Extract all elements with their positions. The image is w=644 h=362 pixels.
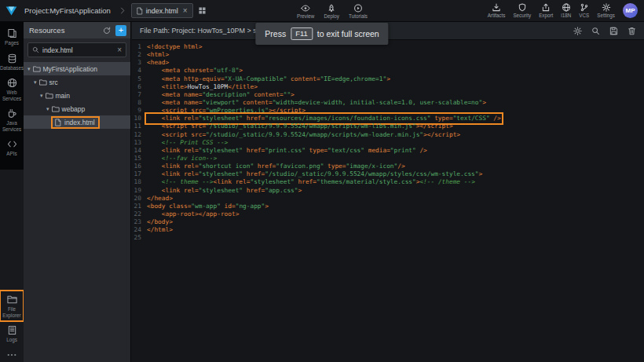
code-line-8[interactable]: 8 <meta name="viewport" content="width=d… xyxy=(132,99,644,107)
project-name[interactable]: Project:MyFirstApplication xyxy=(24,6,111,15)
grid-icon[interactable] xyxy=(199,7,206,14)
topbar-item-export[interactable]: Export xyxy=(539,3,553,18)
code-line-22[interactable]: 22 <app-root></app-root> xyxy=(132,210,644,218)
tab-index-html[interactable]: index.html × xyxy=(131,3,193,18)
caret-down-icon[interactable]: ▾ xyxy=(34,79,37,86)
topbar-item-label: Settings xyxy=(597,13,615,18)
code-line-10[interactable]: 10 <link rel="stylesheet" href="resource… xyxy=(132,115,644,122)
topbar-item-security[interactable]: Security xyxy=(513,3,531,18)
code-line-14[interactable]: 14 <link rel="stylesheet" href="print.cs… xyxy=(132,147,644,155)
code-line-3[interactable]: 3<head> xyxy=(132,59,644,67)
code-line-7[interactable]: 7 <meta name="description" content=""> xyxy=(132,91,644,99)
more-menu-button[interactable] xyxy=(0,348,24,362)
clear-search-icon[interactable]: × xyxy=(117,46,122,54)
search-icon[interactable] xyxy=(591,27,600,35)
topbar-item-i18n[interactable]: i18N xyxy=(561,3,571,18)
resources-panel: Resources + × ▾MyFirstApplication▾src▾ma… xyxy=(24,22,131,362)
settings-icon xyxy=(602,3,611,12)
tree-item-webapp[interactable]: ▾webapp xyxy=(24,102,130,115)
code-line-24[interactable]: 24</html> xyxy=(132,226,644,234)
code-line-4[interactable]: 4 <meta charset="utf-8"> xyxy=(132,67,644,75)
line-number: 6 xyxy=(132,83,147,91)
code-line-1[interactable]: 1<!doctype html> xyxy=(132,43,644,51)
refresh-icon[interactable] xyxy=(103,27,111,35)
tree-item-index-html[interactable]: index.html xyxy=(24,115,130,129)
sidebar-item-logs[interactable]: Logs xyxy=(0,321,24,346)
sidebar-item-pages[interactable]: Pages xyxy=(0,24,24,49)
code-line-16[interactable]: 16 <link rel="shortcut icon" href="favic… xyxy=(132,163,644,170)
sidebar-item-file-explorer[interactable]: File Explorer xyxy=(0,291,24,321)
line-number: 8 xyxy=(132,99,147,107)
line-number: 22 xyxy=(132,210,147,218)
code-text: <!--fav icon--> xyxy=(147,155,217,163)
editor-area: File Path: Project: HowTos_10PM > src/ma… xyxy=(132,22,644,362)
code-line-21[interactable]: 21<body class="wm-app" id="ng-app"> xyxy=(132,203,644,210)
code-line-5[interactable]: 5 <meta http-equiv="X-UA-Compatible" con… xyxy=(132,75,644,83)
code-text: <html> xyxy=(147,51,169,59)
tree-item-myfirstapplication[interactable]: ▾MyFirstApplication xyxy=(24,62,130,75)
caret-down-icon[interactable]: ▾ xyxy=(40,93,43,99)
code-line-25[interactable]: 25 xyxy=(132,234,644,242)
code-line-11[interactable]: 11 <script src="/studio/_static/9.9.9.55… xyxy=(132,122,644,130)
caret-down-icon[interactable]: ▾ xyxy=(27,66,31,72)
topbar-button-label: Deploy xyxy=(324,13,339,19)
export-icon xyxy=(541,3,551,12)
more-icon xyxy=(7,353,16,357)
topbar-item-label: Security xyxy=(513,13,531,18)
file-explorer-icon xyxy=(7,294,17,305)
tooltip-text-prefix: Press xyxy=(265,29,286,38)
annotation-box: index.html xyxy=(53,118,98,127)
line-number: 4 xyxy=(132,67,147,75)
topbar-item-settings[interactable]: Settings xyxy=(597,3,615,18)
line-number: 7 xyxy=(132,91,147,99)
code-line-6[interactable]: 6 <title>HowTos_10PM</title> xyxy=(132,83,644,91)
artifacts-icon xyxy=(492,3,501,12)
sidebar-item-databases[interactable]: Databases xyxy=(0,49,24,75)
code-text: <app-root></app-root> xyxy=(147,210,239,218)
tree-item-src[interactable]: ▾src xyxy=(24,75,130,89)
sidebar-item-web-services[interactable]: Web Services xyxy=(0,74,24,104)
topbar-button-preview[interactable]: Preview xyxy=(297,4,314,19)
code-line-15[interactable]: 15 <!--fav icon--> xyxy=(132,155,644,163)
deploy-icon xyxy=(327,4,336,13)
search-input[interactable] xyxy=(42,46,114,54)
line-number: 9 xyxy=(132,107,147,115)
topbar-button-deploy[interactable]: Deploy xyxy=(324,4,339,19)
folder-icon xyxy=(39,79,47,86)
code-line-23[interactable]: 23</body> xyxy=(132,218,644,226)
code-line-12[interactable]: 12 <script src="/studio/_static/9.9.9.55… xyxy=(132,131,644,139)
close-icon[interactable]: × xyxy=(183,7,188,15)
topbar-item-artifacts[interactable]: Artifacts xyxy=(488,3,506,18)
save-icon[interactable] xyxy=(609,27,618,35)
topbar-item-vcs[interactable]: VCS xyxy=(579,3,589,18)
avatar[interactable]: MP xyxy=(623,3,638,18)
code-line-17[interactable]: 17 <link rel="stylesheet" href="/studio/… xyxy=(132,170,644,178)
caret-down-icon[interactable]: ▾ xyxy=(46,106,49,112)
settings-icon[interactable] xyxy=(573,27,582,35)
delete-icon[interactable] xyxy=(628,27,636,35)
wavemaker-logo-icon[interactable] xyxy=(5,4,18,17)
code-text: <link rel="stylesheet" href="print.css" … xyxy=(147,147,427,155)
add-resource-button[interactable]: + xyxy=(115,25,126,36)
code-line-9[interactable]: 9 <script src="wmProperties.js"></script… xyxy=(132,107,644,115)
code-text: <meta name="viewport" content="width=dev… xyxy=(147,99,486,107)
line-number: 23 xyxy=(132,218,147,226)
code-line-19[interactable]: 19 <link rel="stylesheet" href="app.css"… xyxy=(132,187,644,195)
code-line-13[interactable]: 13 <!-- Print CSS --> xyxy=(132,139,644,147)
code-line-20[interactable]: 20</head> xyxy=(132,195,644,203)
code-text: <meta charset="utf-8"> xyxy=(147,67,243,75)
security-icon xyxy=(518,3,527,12)
code-text: <link rel="stylesheet" href="/studio/_st… xyxy=(147,170,482,178)
topbar-right: ArtifactsSecurityExporti18NVCSSettings xyxy=(488,3,615,18)
sidebar-item-java-services[interactable]: Java Services xyxy=(0,104,24,135)
code-editor[interactable]: 1<!doctype html>2<html>3<head>4 <meta ch… xyxy=(132,40,644,243)
sidebar-item-apis[interactable]: APIs xyxy=(0,135,24,160)
code-line-2[interactable]: 2<html> xyxy=(132,51,644,59)
tree-item-main[interactable]: ▾main xyxy=(24,89,130,102)
topbar-button-label: Tutorials xyxy=(349,13,368,19)
line-number: 11 xyxy=(132,122,147,130)
f11-keycap: F11 xyxy=(291,27,313,40)
topbar-button-tutorials[interactable]: Tutorials xyxy=(349,4,368,19)
folder-icon xyxy=(46,92,53,100)
code-line-18[interactable]: 18 <!-- theme --><link rel="stylesheet" … xyxy=(132,178,644,186)
